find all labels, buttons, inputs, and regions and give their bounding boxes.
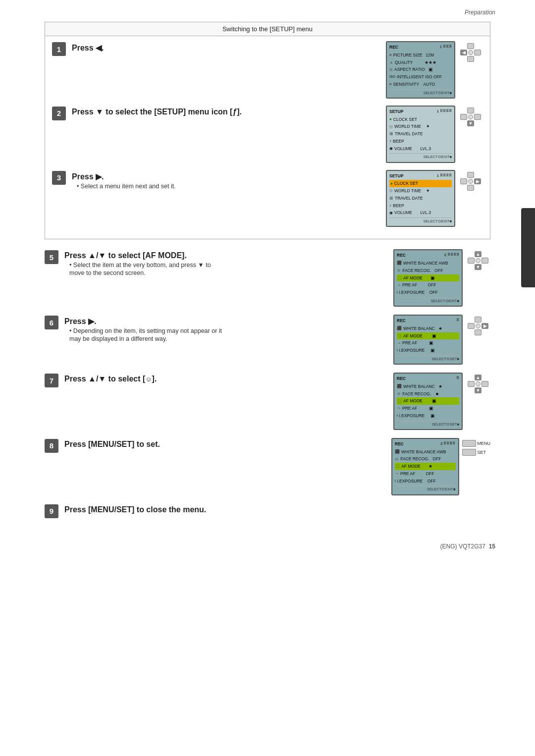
step-5-sub2: move to the second screen. [64,270,385,276]
lcd-row: ♪ BEEP [389,138,452,145]
dpad-up [467,108,474,113]
dpad-up [467,43,474,49]
step-3-text: Press ▶. • Select a menu item next and s… [72,170,378,190]
steps-container: 1 Press ◀. REC 1 ⠿⠿⠿ ■ PICTURE SIZE [45,36,490,239]
dpad-row [458,56,483,62]
lcd-row-highlighted: ⬚ AF MODE ▣ [397,397,459,405]
dpad-3: ▶ [458,172,483,191]
dpad-left [460,114,467,120]
lcd-row: ◉ VOLUME LVL.3 [389,145,452,153]
step-5-image: REC 2 ⠿⠿⠿⠿ ⬛ WHITE BALANCE AWB ☺ FACE RE… [391,249,490,307]
step-5-badge: 5 [45,250,58,264]
dpad-right [474,114,481,120]
dpad-up: ▲ [475,375,482,380]
step-5-sub1: • Select the item at the very bottom, an… [64,262,385,269]
lcd-row: ▲ QUALITY ★★★ [389,59,452,66]
lcd-footer-3: SELECT⊙EXIT■ [389,217,452,224]
dpad-down: ▼ [467,120,474,126]
lcd-row: ◎ WORLD TIME ✦ [389,187,452,195]
lcd-row: i i.EXPOSURE OFF [395,478,456,485]
dpad-down [475,329,482,335]
lcd-row: ☺ FACE RECOG. OFF [397,267,459,274]
page-footer: (ENG) VQT2G37 15 [0,533,535,555]
step-1-title: Press ◀. [72,43,378,53]
lcd-row: ♪ BEEP [389,202,452,210]
lcd-row-highlighted: ⬚ AF MODE ▣ [397,274,459,282]
lcd-header-6: REC ⠿ [397,318,459,324]
dpad-5: ▲ ▼ [466,251,490,270]
dpad-row [458,185,483,191]
lcd-row: i i.EXPOSURE ▣ [397,412,459,420]
dpad-row: ▼ [466,387,490,393]
dpad-row: ▶ [460,178,481,184]
step-5-title: Press ▲/▼ to select [AF MODE]. [64,251,385,260]
dpad-left [468,381,475,387]
lcd-row: ⬛ WHITE BALANC ★ [397,383,459,390]
lcd-header-1: REC 1 ⠿⠿⠿ [389,44,452,51]
dpad-row [458,172,483,178]
lcd-screen-8: REC 2 ⠿⠿⠿⠿ ⬛ WHITE BALANCE AWB ☺ FACE RE… [391,438,459,495]
step-2-title: Press ▼ to select the [SETUP] menu icon … [72,108,378,116]
step-6-sub1: • Depending on the item, its setting may… [64,327,385,334]
lcd-row: ■ PICTURE SIZE 12M [389,52,452,59]
lcd-footer-6: SELECT⊙SET■ [397,355,459,362]
dpad-right [482,258,488,264]
step-6-sub2: may be displayed in a different way. [64,335,385,342]
dpad-down [467,56,474,62]
step-8-image: REC 2 ⠿⠿⠿⠿ ⬛ WHITE BALANCE AWB ☺ FACE RE… [391,438,490,495]
dpad-down: ▼ [475,264,482,270]
step-6-text: Press ▶. • Depending on the item, its se… [64,315,385,342]
menu-set-buttons: MENU SET [462,440,491,456]
step-6-title: Press ▶. [64,317,385,326]
step-2-text: Press ▼ to select the [SETUP] menu icon … [72,106,378,118]
dpad-up [475,317,482,323]
lcd-header-3: SETUP 1 ⠿⠿⠿⠿ [389,173,452,179]
dpad-row: ▼ [466,264,490,270]
lcd-row: ▦ TRAVEL DATE [389,130,452,138]
dpad-up [467,172,474,178]
dpad-right [474,50,481,55]
lcd-screen-1: REC 1 ⠿⠿⠿ ■ PICTURE SIZE 12M ▲ QUALITY ★… [386,41,455,99]
lcd-footer-2: SELECT⊙EXIT■ [389,153,452,160]
dpad-row [468,258,488,264]
step-3-image: SETUP 1 ⠿⠿⠿⠿ ● CLOCK SET ◎ WORLD TIME ✦ … [384,170,483,227]
dpad-row: ◀ [460,50,481,55]
step-2-image: SETUP 1 ⠿⠿⠿⠿ ● CLOCK SET ◎ WORLD TIME ✦ … [384,106,483,163]
dpad-center [468,114,473,119]
dpad-row: ▲ [466,251,490,257]
step-1-row: 1 Press ◀. REC 1 ⠿⠿⠿ ■ PICTURE SIZE [52,41,483,99]
step-7-row: 7 Press ▲/▼ to select [☺]. REC ⠿ ⬛ WHITE… [45,373,490,430]
set-button [462,449,476,456]
side-tab [521,208,535,287]
dpad-row: ▲ [466,375,490,380]
lcd-row: ⬛ WHITE BALANCE AWB [397,260,459,267]
lcd-row: → PRE AF ▣ [397,339,459,347]
lcd-row: ▦ TRAVEL DATE [389,195,452,202]
lcd-header-7: REC ⠿ [397,376,459,382]
section-box: Switching to the [SETUP] menu 1 Press ◀.… [45,22,490,239]
lcd-row: ■ SENSITIVITY AUTO [389,81,452,88]
dpad-right [482,381,488,387]
lcd-row-highlighted: ● CLOCK SET [389,180,452,187]
page-header: Preparation [0,0,535,18]
dpad-down: ▼ [475,387,482,393]
step-9-badge: 9 [45,504,58,518]
dpad-2: ▼ [458,108,483,126]
dpad-1: ◀ [458,43,483,62]
main-content: Switching to the [SETUP] menu 1 Press ◀.… [45,18,490,518]
lcd-row: ⊠ ASPECT RATIO ▣ [389,66,452,73]
section-title: Switching to the [SETUP] menu [45,22,490,36]
lcd-screen-5: REC 2 ⠿⠿⠿⠿ ⬛ WHITE BALANCE AWB ☺ FACE RE… [393,249,463,307]
lcd-row-highlighted: ⬚ AF MODE ▣ [397,332,459,340]
step-9-title: Press [MENU/SET] to close the menu. [64,505,490,514]
step-3-row: 3 Press ▶. • Select a menu item next and… [52,170,483,227]
menu-button [462,440,476,447]
step-7-text: Press ▲/▼ to select [☺]. [64,373,385,385]
dpad-center [476,324,481,328]
lcd-footer-7: SELECT⊙SET■ [397,421,459,427]
lcd-header-5: REC 2 ⠿⠿⠿⠿ [397,252,459,259]
lcd-footer-5: SELECT⊙EXIT■ [397,297,459,304]
set-btn-row: SET [462,449,486,456]
dpad-right: ▶ [482,323,488,329]
lcd-row: ◎ WORLD TIME ✦ [389,123,452,130]
